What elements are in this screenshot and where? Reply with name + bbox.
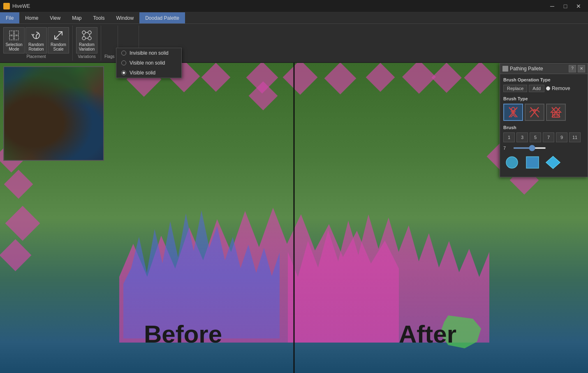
menu-item-view[interactable]: View [44,12,66,23]
brush-size-9[interactable]: 9 [556,132,567,142]
close-button[interactable]: ✕ [572,1,585,11]
menu-item-window[interactable]: Window [111,12,140,23]
pathing-palette-title: Pathing Pallete [510,66,543,72]
minimap[interactable] [3,66,104,161]
brush-shape-diamond[interactable] [544,155,562,170]
brush-shape-circle[interactable] [503,155,521,170]
brush-shape-square[interactable] [524,155,541,170]
brush-type-build[interactable] [546,104,566,121]
minimap-content [4,67,103,160]
variations-buttons: Random Variation [76,25,97,53]
random-rotation-button[interactable]: Random Rotation [25,27,47,53]
brush-type-title: Brush Type [503,96,584,101]
svg-rect-2 [9,36,14,40]
brush-size-1[interactable]: 1 [503,132,515,142]
after-label: After [399,320,456,348]
random-variation-button[interactable]: Random Variation [76,27,97,53]
before-after-divider [294,63,295,373]
random-variation-label: Random Variation [77,42,96,51]
variations-label: Variations [76,54,97,60]
random-scale-icon [53,30,64,41]
op-add-button[interactable]: Add [529,85,544,92]
toolbar-section-placement: Selection Mode Random Rotation [0,25,73,60]
menu-item-doodad-palette[interactable]: Doodad Palette [139,12,185,23]
toolbar: Selection Mode Random Rotation [0,24,588,63]
svg-point-30 [506,157,518,168]
random-variation-icon [81,30,93,41]
flags-visible-non-solid[interactable]: Visible non solid [116,58,181,68]
pathing-palette-controls: ? ✕ [569,65,585,72]
brush-size-5[interactable]: 5 [530,132,541,142]
random-scale-button[interactable]: Random Scale [48,27,69,53]
main-area: Before After Pathing Pallete ? ✕ Brush O… [0,63,588,373]
op-replace-button[interactable]: Replace [503,85,527,92]
brush-type-walk[interactable] [503,104,523,121]
flags-visible-solid[interactable]: Visible solid [116,68,181,78]
brush-operation-row: Replace Add Remove [503,85,584,92]
menu-item-tools[interactable]: Tools [88,12,111,23]
brush-shape-row [503,155,584,170]
brush-size-11[interactable]: 11 [569,132,581,142]
flags-invisible-non-solid[interactable]: Invisible non solid [116,48,181,58]
placement-buttons: Selection Mode Random Rotation [3,25,69,53]
pathing-palette-content: Brush Operation Type Replace Add Remove … [500,74,588,177]
titlebar-controls: ─ □ ✕ [546,1,585,11]
brush-slider-row: 7 [503,146,584,151]
before-label: Before [144,320,222,348]
svg-line-4 [36,33,39,35]
pathing-close-button[interactable]: ✕ [578,65,585,72]
radio-invisible-non-solid [121,51,126,56]
svg-point-10 [88,37,91,40]
pathing-palette-window: Pathing Pallete ? ✕ Brush Operation Type… [500,63,588,177]
maximize-button[interactable]: □ [559,1,572,11]
selection-mode-label: Selection Mode [5,42,23,51]
brush-type-fly[interactable] [525,104,544,121]
menu-item-home[interactable]: Home [19,12,44,23]
brush-value: 7 [503,146,510,151]
toolbar-section-variations: Random Variation Variations [73,25,101,60]
brush-title: Brush [503,125,584,130]
svg-rect-1 [14,31,19,35]
pathing-help-button[interactable]: ? [569,65,576,72]
square-shape-icon [525,155,540,169]
pathing-palette-icon [502,66,508,72]
random-rotation-label: Random Rotation [27,42,46,51]
diamond-shape-icon [545,155,561,169]
menubar: File Home View Map Tools Window Doodad P… [0,12,588,24]
brush-slider[interactable] [513,147,546,149]
selection-mode-button[interactable]: Selection Mode [3,27,25,53]
op-remove-row[interactable]: Remove [546,86,570,91]
flags-label: Flags [104,54,114,60]
brush-size-7[interactable]: 7 [543,132,554,142]
titlebar-left: HiveWE [3,3,30,9]
flags-dropdown: Invisible non solid Visible non solid Vi… [116,48,182,78]
menu-item-file[interactable]: File [0,12,19,23]
menu-item-map[interactable]: Map [66,12,87,23]
brush-operation-title: Brush Operation Type [503,77,584,82]
flags-visible-non-solid-label: Visible non solid [130,60,165,66]
brush-sizes: 1 3 5 7 9 11 [503,132,584,142]
titlebar: HiveWE ─ □ ✕ [0,0,588,12]
minimize-button[interactable]: ─ [546,1,558,11]
pathing-palette-titlebar-left: Pathing Pallete [502,66,543,72]
brush-type-row [503,104,584,121]
brush-size-3[interactable]: 3 [516,132,528,142]
pathing-palette-titlebar: Pathing Pallete ? ✕ [500,63,588,74]
map-canvas[interactable]: Before After Pathing Pallete ? ✕ Brush O… [0,63,588,373]
svg-point-9 [82,37,86,40]
op-remove-radio[interactable] [546,86,550,90]
selection-mode-icon [8,30,20,41]
flags-visible-solid-label: Visible solid [130,70,155,76]
random-rotation-icon [30,30,42,41]
radio-visible-solid [121,70,126,75]
svg-point-7 [82,31,86,34]
brush-type-fly-icon [528,106,541,119]
svg-marker-32 [546,156,560,169]
op-remove-label: Remove [552,86,570,91]
svg-rect-3 [14,36,19,40]
svg-rect-0 [9,31,14,35]
random-scale-label: Random Scale [49,42,68,51]
brush-type-walk-icon [507,106,520,119]
circle-shape-icon [504,155,520,169]
app-icon [3,3,10,9]
